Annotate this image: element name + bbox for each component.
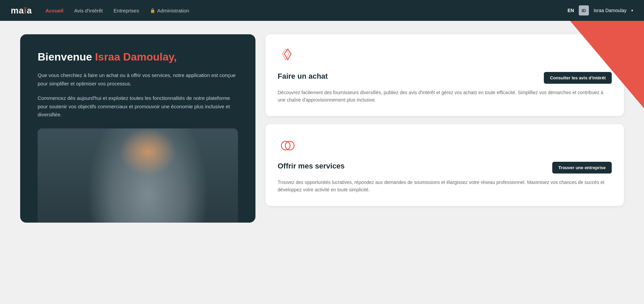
purchase-card-top	[278, 46, 612, 67]
nav-administration[interactable]: 🔒 Administration	[150, 8, 189, 13]
nav-entreprises[interactable]: Entreprises	[114, 8, 139, 13]
lang-button[interactable]: EN	[568, 8, 574, 13]
services-card-header: Offrir mes services Trouver une entrepri…	[278, 162, 612, 175]
hero-card: Bienvenue Israa Damoulay, Que vous cherc…	[20, 34, 255, 223]
hero-para-2: Commencez dès aujourd'hui et exploitez t…	[38, 94, 238, 119]
purchase-button[interactable]: Consulter les avis d'intérêt	[544, 72, 612, 84]
services-card-description: Trouvez des opportunités lucratives, rép…	[278, 179, 612, 194]
hero-para-1: Que vous cherchiez à faire un achat ou à…	[38, 71, 238, 88]
services-card: Offrir mes services Trouver une entrepri…	[266, 124, 624, 206]
main-content: Bienvenue Israa Damoulay, Que vous cherc…	[0, 21, 644, 236]
purchase-card-header: Faire un achat Consulter les avis d'inté…	[278, 72, 612, 85]
services-button[interactable]: Trouver une entreprise	[552, 162, 612, 174]
user-name[interactable]: Israa Damoulay	[594, 8, 627, 13]
navbar-right: EN ID Israa Damoulay ▾	[568, 5, 634, 15]
nav-administration-label: Administration	[157, 8, 189, 13]
chevron-down-icon: ▾	[631, 8, 633, 13]
right-cards: Faire un achat Consulter les avis d'inté…	[266, 34, 624, 206]
lock-icon: 🔒	[150, 8, 155, 13]
hero-image	[38, 128, 238, 223]
services-card-top	[278, 136, 612, 156]
purchase-card-description: Découvrez facilement des fournisseurs di…	[278, 89, 612, 104]
logo-text: maïa	[11, 5, 32, 16]
nav-links: Accueil Avis d'intérêt Entreprises 🔒 Adm…	[45, 8, 567, 13]
welcome-heading: Bienvenue Israa Damoulay,	[38, 50, 238, 63]
navbar: maïa Accueil Avis d'intérêt Entreprises …	[0, 0, 644, 21]
welcome-name: Israa Damoulay,	[95, 51, 177, 63]
logo[interactable]: maïa	[11, 5, 32, 16]
purchase-card: Faire un achat Consulter les avis d'inté…	[266, 34, 624, 116]
welcome-prefix: Bienvenue	[38, 51, 95, 63]
diamond-icon	[278, 46, 298, 67]
nav-avis[interactable]: Avis d'intérêt	[74, 8, 103, 13]
purchase-card-title: Faire un achat	[278, 72, 328, 81]
services-card-title: Offrir mes services	[278, 162, 345, 170]
circles-icon	[278, 136, 298, 156]
user-avatar: ID	[579, 5, 589, 15]
nav-accueil[interactable]: Accueil	[45, 8, 63, 13]
